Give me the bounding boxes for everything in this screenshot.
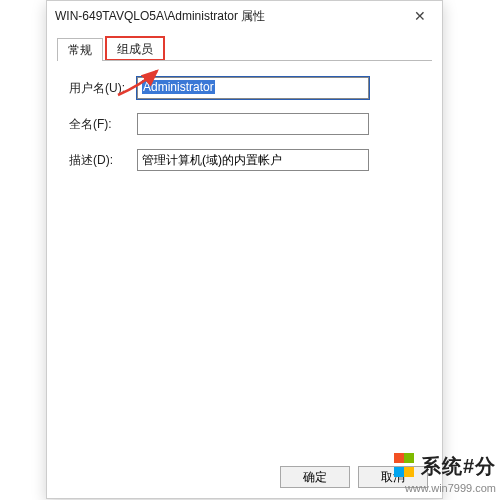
input-username[interactable]: Administrator xyxy=(137,77,369,99)
label-description: 描述(D): xyxy=(69,152,137,169)
label-fullname: 全名(F): xyxy=(69,116,137,133)
label-username: 用户名(U): xyxy=(69,80,137,97)
close-icon: ✕ xyxy=(414,8,426,24)
watermark-url: www.win7999.com xyxy=(394,482,496,494)
close-button[interactable]: ✕ xyxy=(398,1,442,30)
tab-members-label: 组成员 xyxy=(117,42,153,56)
tab-general[interactable]: 常规 xyxy=(57,38,103,61)
window-title: WIN-649TAVQLO5A\Administrator 属性 xyxy=(55,8,265,25)
row-description: 描述(D): xyxy=(69,149,424,171)
input-username-value: Administrator xyxy=(142,80,215,94)
tab-baseline xyxy=(57,60,432,61)
watermark: 系统#分 www.win7999.com xyxy=(394,452,496,494)
ok-button[interactable]: 确定 xyxy=(280,466,350,488)
logo-icon xyxy=(394,452,414,480)
tab-general-label: 常规 xyxy=(68,43,92,57)
titlebar[interactable]: WIN-649TAVQLO5A\Administrator 属性 ✕ xyxy=(47,1,442,31)
row-username: 用户名(U): Administrator xyxy=(69,77,424,99)
properties-dialog: WIN-649TAVQLO5A\Administrator 属性 ✕ 常规 组成… xyxy=(46,0,443,499)
tab-members[interactable]: 组成员 xyxy=(106,37,164,60)
row-fullname: 全名(F): xyxy=(69,113,424,135)
form-area: 用户名(U): Administrator 全名(F): 描述(D): xyxy=(47,61,442,459)
tabstrip: 常规 组成员 xyxy=(47,37,442,61)
input-fullname[interactable] xyxy=(137,113,369,135)
input-description[interactable] xyxy=(137,149,369,171)
watermark-title: 系统#分 xyxy=(421,455,496,477)
